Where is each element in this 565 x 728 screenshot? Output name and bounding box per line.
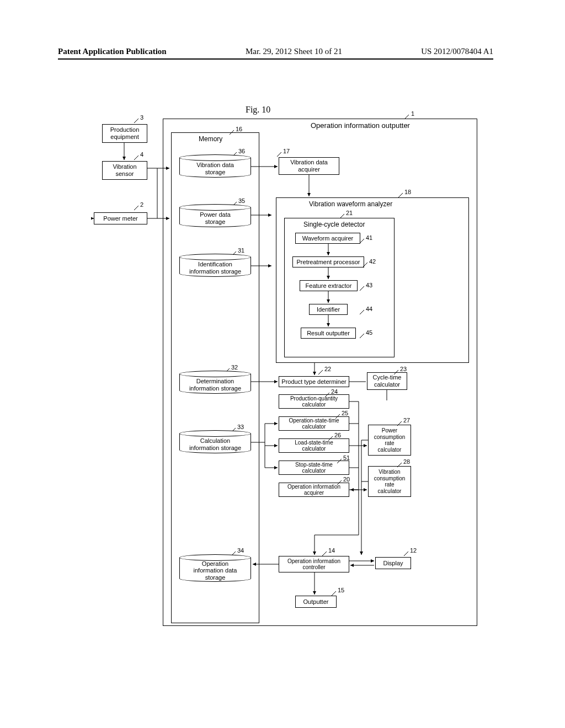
- outputter-label: Operation information outputter: [311, 121, 410, 130]
- analyzer-label: Vibration waveform analyzer: [309, 200, 392, 208]
- production-quantity-calculator: Production-quantity calculator: [279, 394, 349, 409]
- stop-state-time-calculator: Stop-state-time calculator: [279, 461, 349, 475]
- identification-info-storage: Identification information storage: [179, 254, 251, 277]
- vibration-sensor-box: Vibration sensor: [102, 161, 147, 180]
- ref-4: 4: [140, 151, 143, 158]
- feature-extractor: Feature extractor: [300, 280, 358, 291]
- header-right: US 2012/0078404 A1: [421, 47, 493, 56]
- ref-24: 24: [331, 388, 338, 395]
- ref-1: 1: [411, 110, 414, 117]
- ref-20: 20: [343, 476, 350, 483]
- figure-10: Fig. 10 Production equipment Vibration s…: [91, 105, 477, 629]
- ref-23: 23: [400, 366, 407, 372]
- pretreatment-processor: Pretreatment processor: [292, 256, 364, 267]
- vibration-data-acquirer: Vibration data acquirer: [279, 157, 339, 175]
- ref-3: 3: [140, 114, 143, 121]
- ref-2: 2: [140, 201, 143, 208]
- ref-36: 36: [238, 148, 245, 154]
- operation-info-data-storage: Operation information data storage: [179, 554, 251, 582]
- waveform-acquirer: Waveform acquirer: [295, 233, 360, 244]
- ref-26: 26: [334, 432, 341, 438]
- ref-27: 27: [403, 417, 410, 424]
- ref-14: 14: [328, 547, 335, 554]
- cycle-time-calculator: Cycle-time calculator: [367, 372, 407, 390]
- production-equipment-box: Production equipment: [102, 124, 147, 143]
- vibration-consumption-rate-calculator: Vibration consumption rate calculator: [368, 466, 411, 497]
- ref-16: 16: [236, 126, 242, 132]
- determination-info-storage: Determination information storage: [179, 371, 251, 394]
- calculation-info-storage: Calculation information storage: [179, 430, 251, 453]
- ref-33: 33: [237, 424, 244, 430]
- ref-43: 43: [366, 282, 372, 288]
- ref-45: 45: [366, 329, 372, 336]
- ref-12: 12: [410, 547, 417, 554]
- operation-information-acquirer: Operation information acquirer: [279, 483, 349, 497]
- power-consumption-rate-calculator: Power consumption rate calculator: [368, 425, 411, 456]
- ref-41: 41: [366, 234, 372, 241]
- operation-state-time-calculator: Operation-state-time calculator: [279, 416, 349, 431]
- ref-32: 32: [231, 364, 238, 371]
- ref-35: 35: [238, 197, 245, 204]
- ref-15: 15: [338, 587, 344, 593]
- ref-42: 42: [369, 258, 376, 265]
- single-cycle-label: Single-cycle detector: [303, 221, 365, 228]
- ref-18: 18: [404, 189, 411, 195]
- header-mid: Mar. 29, 2012 Sheet 10 of 21: [246, 47, 342, 56]
- identifier: Identifier: [309, 304, 348, 315]
- ref-44: 44: [366, 306, 372, 312]
- power-meter-box: Power meter: [94, 212, 147, 224]
- memory-label: Memory: [199, 135, 222, 143]
- power-data-storage: Power data storage: [179, 204, 251, 227]
- outputter-box: Outputter: [295, 596, 337, 608]
- header-rule: [58, 58, 493, 60]
- figure-title: Fig. 10: [246, 105, 270, 115]
- result-outputter: Result outputter: [301, 328, 356, 339]
- load-state-time-calculator: Load-state-time calculator: [279, 438, 349, 453]
- vibration-data-storage: Vibration data storage: [179, 154, 251, 178]
- display: Display: [375, 557, 411, 569]
- ref-22: 22: [324, 366, 331, 372]
- header-left: Patent Application Publication: [58, 47, 167, 56]
- ref-21: 21: [346, 210, 353, 216]
- ref-17: 17: [283, 148, 290, 154]
- page-header: Patent Application Publication Mar. 29, …: [0, 47, 565, 56]
- ref-25: 25: [342, 410, 348, 416]
- ref-28: 28: [403, 458, 410, 465]
- ref-34: 34: [237, 547, 244, 554]
- ref-31: 31: [238, 247, 244, 254]
- operation-information-controller: Operation information controller: [279, 556, 349, 572]
- product-type-determiner: Product type determiner: [279, 376, 349, 387]
- ref-51: 51: [343, 454, 350, 461]
